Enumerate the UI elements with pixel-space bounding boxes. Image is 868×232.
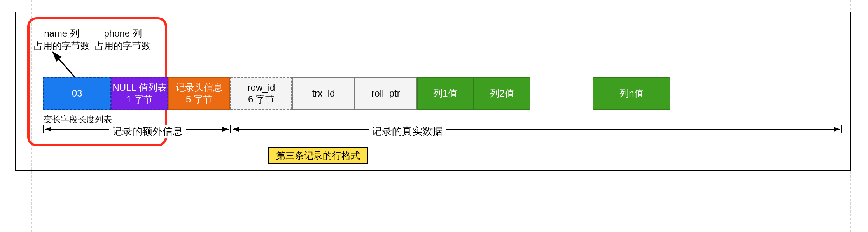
cell-trxid: trx_id (292, 77, 355, 110)
gap-ellipsis (530, 77, 593, 110)
cell-col2: 列2值 (474, 77, 530, 110)
cell-coln: 列n值 (593, 77, 670, 110)
anno-name-line1: name 列 (44, 28, 79, 39)
cell-null-line1: NULL 值列表 (112, 82, 166, 93)
cell-rowid: row_id 6 字节 (230, 77, 292, 110)
cell-null-line2: 1 字节 (126, 93, 153, 105)
range-extra-label: 记录的额外信息 (109, 125, 186, 138)
anno-phone-line1: phone 列 (104, 28, 142, 39)
cell-col1: 列1值 (417, 77, 474, 110)
record-row: 03 NULL 值列表 1 字节 记录头信息 5 字节 row_id 6 字节 … (43, 77, 670, 110)
cell-roll-label: roll_ptr (371, 88, 400, 99)
column-byte-annotations: name 列 占用的字节数 phone 列 占用的字节数 (33, 27, 166, 53)
cell-rowid-line2: 6 字节 (248, 93, 275, 105)
cell-varlen: 03 (43, 77, 111, 110)
cell-null-list: NULL 值列表 1 字节 (111, 77, 168, 110)
cell-rollptr: roll_ptr (355, 77, 417, 110)
cell-col1-label: 列1值 (433, 88, 457, 99)
cell-rowid-line1: row_id (248, 82, 275, 93)
cell-record-header: 记录头信息 5 字节 (168, 77, 230, 110)
cell-col2-label: 列2值 (490, 88, 514, 99)
cell-header-line1: 记录头信息 (176, 82, 222, 93)
cell-trx-label: trx_id (312, 88, 335, 99)
cell-header-line2: 5 字节 (186, 93, 212, 105)
range-real-label: 记录的真实数据 (369, 125, 446, 138)
anno-phone-line2: 占用的字节数 (95, 40, 151, 51)
diagram-caption: 第三条记录的行格式 (268, 147, 368, 164)
cell-varlen-label: 03 (72, 88, 82, 99)
cell-coln-label: 列n值 (620, 88, 643, 99)
